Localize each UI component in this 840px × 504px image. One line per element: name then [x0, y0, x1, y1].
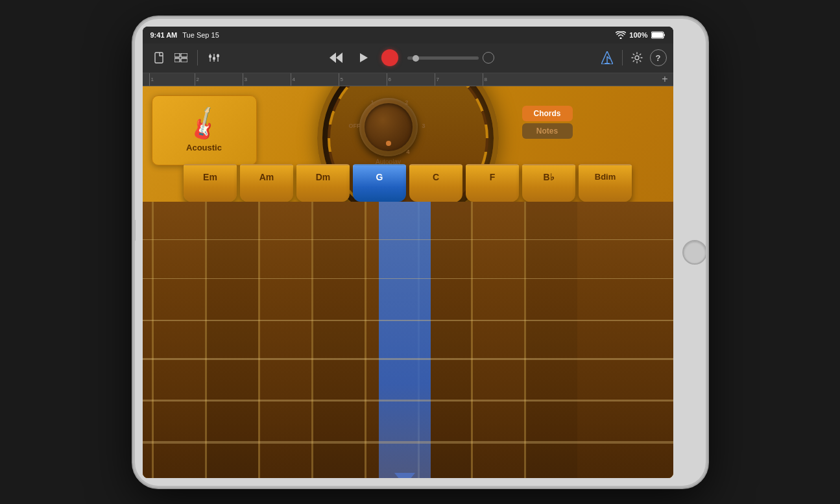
guitar-main-area: 🎸 Acoustic OFF 1 [143, 86, 673, 478]
battery-icon [651, 31, 666, 39]
svg-point-20 [635, 56, 639, 60]
fret-line-1 [152, 202, 154, 478]
record-circle [483, 52, 494, 64]
screen: 9:41 AM Tue Sep 15 100% [143, 27, 673, 478]
chord-key-g[interactable]: G [353, 164, 406, 202]
track-list-button[interactable] [171, 48, 191, 67]
string-2 [143, 278, 673, 280]
settings-button[interactable] [628, 49, 646, 67]
new-song-button[interactable] [149, 48, 169, 67]
svg-rect-19 [605, 63, 610, 64]
rewind-button[interactable] [327, 49, 345, 67]
record-button[interactable] [381, 49, 398, 66]
fret-line-8 [524, 202, 526, 478]
help-button[interactable]: ? [650, 49, 667, 66]
chord-key-em[interactable]: Em [184, 164, 237, 202]
status-bar: 9:41 AM Tue Sep 15 100% [143, 27, 673, 43]
autoplay-dial[interactable] [365, 103, 413, 151]
chord-key-f[interactable]: F [466, 164, 519, 202]
chords-button[interactable]: Chords [522, 106, 573, 121]
svg-marker-13 [336, 53, 342, 63]
chord-key-dm[interactable]: Dm [296, 164, 350, 202]
ruler: 1 2 3 4 5 6 7 8 + [143, 73, 673, 86]
svg-marker-15 [360, 53, 368, 62]
string-4 [143, 358, 673, 360]
svg-rect-2 [155, 53, 163, 63]
notes-button[interactable]: Notes [522, 123, 573, 139]
fret-line-7 [471, 202, 473, 478]
pick-arrow [394, 473, 415, 478]
wifi-icon [616, 31, 626, 39]
string-1 [143, 239, 673, 240]
chord-keys-row: Em Am Dm G C F B♭ Bdim [143, 164, 673, 202]
chord-key-am[interactable]: Am [240, 164, 293, 202]
svg-rect-11 [213, 57, 215, 60]
svg-rect-10 [209, 55, 211, 58]
fret-line-5 [365, 202, 366, 478]
fret-line-3 [258, 202, 260, 478]
chord-key-c[interactable]: C [409, 164, 462, 202]
mixer-button[interactable] [204, 48, 224, 67]
play-button[interactable] [354, 49, 372, 67]
chord-key-bb[interactable]: B♭ [522, 164, 575, 202]
svg-rect-12 [217, 54, 219, 57]
instrument-name: Acoustic [186, 143, 222, 152]
toolbar: ? [143, 43, 673, 73]
side-button[interactable] [135, 220, 136, 241]
fret-line-2 [205, 202, 207, 478]
instrument-panel[interactable]: 🎸 Acoustic [152, 95, 257, 165]
string-3 [143, 320, 673, 321]
active-chord-highlight [379, 202, 431, 478]
ruler-add-button[interactable]: + [662, 73, 667, 85]
svg-marker-14 [330, 53, 336, 63]
svg-rect-6 [181, 58, 187, 62]
timeline-scrubber[interactable] [407, 56, 479, 60]
string-5 [143, 400, 673, 402]
autoplay-area: OFF 1 2 3 4 Autoplay [359, 98, 418, 165]
svg-rect-5 [174, 58, 180, 62]
date: Tue Sep 15 [182, 31, 219, 39]
fret-line-4 [311, 202, 313, 478]
svg-rect-3 [174, 53, 180, 57]
home-button[interactable] [682, 240, 706, 265]
chord-notes-toggle: Chords Notes [522, 106, 573, 139]
svg-rect-4 [181, 53, 187, 57]
fretboard[interactable] [143, 202, 673, 478]
ipad-frame: 9:41 AM Tue Sep 15 100% [135, 19, 706, 486]
string-6 [143, 441, 673, 444]
battery-label: 100% [629, 31, 647, 39]
guitar-icon: 🎸 [184, 104, 224, 145]
svg-rect-1 [652, 32, 663, 38]
time: 9:41 AM [150, 31, 178, 39]
chord-key-bdim[interactable]: Bdim [579, 164, 632, 202]
metronome-button[interactable] [597, 48, 617, 67]
